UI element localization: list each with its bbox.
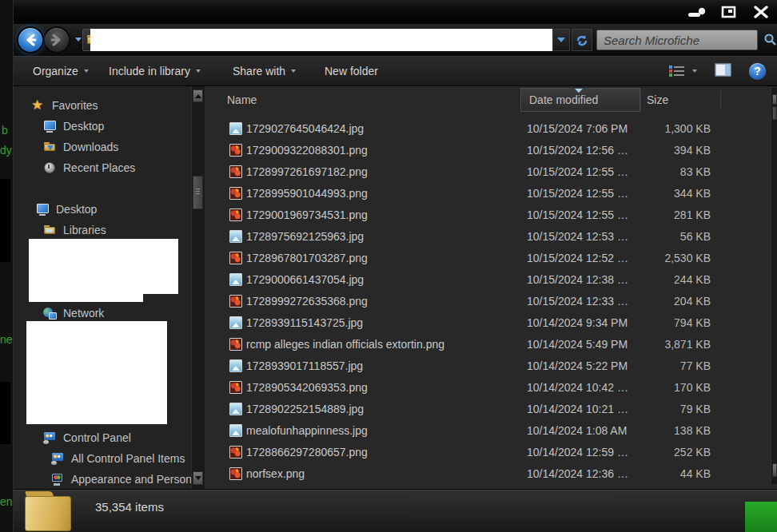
sidebar-item-favorites[interactable]: ★ Favorites (31, 97, 98, 114)
organize-button[interactable]: Organize (33, 57, 89, 85)
minimize-button-icon[interactable] (686, 4, 708, 20)
recent-pages-dropdown-icon[interactable] (75, 38, 82, 42)
desktop-window-fragment (0, 382, 10, 444)
file-row[interactable]: rcmp alleges indian officials extortin.p… (205, 334, 777, 355)
file-thumbnail-icon (229, 252, 242, 264)
search-box[interactable] (596, 30, 758, 50)
maximize-button-icon[interactable] (718, 4, 740, 20)
question-mark-icon: ? (754, 65, 761, 77)
file-row[interactable]: 1728967801703287.png 10/15/2024 12:52 … … (205, 248, 777, 269)
command-toolbar: Organize Include in library Share with N… (14, 56, 777, 86)
forward-arrow-icon (49, 32, 65, 48)
file-row[interactable]: 1728905342069353.png 10/14/2024 10:42 … … (205, 377, 777, 399)
monitor-icon (36, 203, 50, 216)
close-button-icon[interactable] (750, 4, 772, 20)
appearance-icon (51, 473, 65, 486)
file-row[interactable]: 1729027645046424.jpg 10/15/2024 7:06 PM … (205, 118, 777, 140)
status-bar: 35,354 items (14, 489, 777, 532)
refresh-button[interactable] (572, 29, 592, 51)
search-input[interactable] (597, 30, 757, 50)
desktop-background: b dy ne en (0, 0, 13, 532)
file-row[interactable]: 1729001969734531.png 10/15/2024 12:55 … … (205, 204, 777, 226)
file-name: norfsex.png (246, 463, 305, 485)
file-name: 1728995901044993.png (246, 183, 368, 204)
column-divider[interactable] (640, 90, 641, 110)
file-name: 1728939115143725.jpg (246, 312, 363, 334)
file-row[interactable]: 1728939115143725.jpg 10/14/2024 9:34 PM … (205, 312, 777, 334)
file-thumbnail-icon (229, 122, 242, 135)
file-row[interactable]: 1728995901044993.png 10/15/2024 12:55 … … (205, 183, 777, 204)
refresh-icon (575, 33, 589, 47)
column-headers: Name Date modified Size (205, 88, 777, 112)
sidebar-item-appearance-personalization[interactable]: Appearance and Persona (51, 470, 193, 488)
desktop-text-fragment: en (0, 495, 13, 508)
sidebar-item-all-control-panel-items[interactable]: All Control Panel Items (51, 450, 185, 467)
file-name: 1728999272635368.png (246, 291, 368, 312)
file-row[interactable]: 1728999272635368.png 10/15/2024 12:33 … … (205, 291, 777, 312)
help-button[interactable]: ? (749, 63, 766, 80)
scrollbar-thumb[interactable] (772, 106, 777, 120)
file-row[interactable]: 1729009322088301.png 10/15/2024 12:56 … … (205, 140, 777, 161)
explorer-window: Organize Include in library Share with N… (13, 0, 777, 532)
sidebar-item-control-panel[interactable]: Control Panel (43, 429, 131, 447)
file-row[interactable]: mealofunhappinness.jpg 10/14/2024 1:08 A… (205, 420, 777, 442)
file-thumbnail-icon (229, 403, 242, 415)
column-header-size[interactable]: Size (647, 88, 668, 112)
file-name: 1728905342069353.png (246, 377, 368, 399)
sidebar-item-network[interactable]: Network (43, 304, 104, 322)
include-in-library-button[interactable]: Include in library (109, 57, 201, 85)
search-icon[interactable] (763, 33, 777, 50)
file-row[interactable]: 1728997261697182.png 10/15/2024 12:55 … … (205, 161, 777, 183)
sidebar-item-downloads[interactable]: Downloads (43, 138, 118, 156)
sidebar-item-desktop[interactable]: Desktop (43, 117, 104, 135)
file-thumbnail-icon (229, 467, 242, 480)
scroll-down-button[interactable] (193, 471, 203, 485)
file-list-scrollbar[interactable] (771, 88, 777, 484)
share-with-button[interactable]: Share with (233, 57, 296, 85)
scroll-down-button[interactable] (772, 463, 777, 477)
file-size: 281 KB (599, 204, 711, 226)
sidebar-item-desktop-tree[interactable]: Desktop (36, 200, 97, 218)
back-button[interactable] (17, 26, 44, 54)
file-name: 1728975692125963.jpg (246, 226, 364, 248)
file-row[interactable]: 1728975692125963.jpg 10/15/2024 12:53 … … (205, 226, 777, 248)
file-row[interactable]: norfsex.png 10/14/2024 12:36 … 44 KB (205, 463, 777, 485)
file-row[interactable]: 1728939017118557.jpg 10/14/2024 5:22 PM … (205, 355, 777, 377)
chevron-down-icon (557, 38, 565, 42)
address-dropdown-button[interactable] (552, 29, 570, 51)
file-size: 77 KB (599, 355, 711, 377)
file-name: 1728967801703287.png (246, 248, 368, 269)
preview-pane-button[interactable] (715, 63, 731, 80)
sidebar-scrollbar[interactable] (191, 86, 204, 489)
forward-button-disabled[interactable] (43, 26, 70, 54)
file-row[interactable]: 1728902252154889.jpg 10/14/2024 10:21 … … (205, 399, 777, 420)
address-bar-redacted[interactable] (90, 29, 552, 51)
file-thumbnail-icon (229, 359, 242, 372)
file-row[interactable]: 1729000661437054.jpg 10/15/2024 12:38 … … (205, 269, 777, 291)
new-folder-button[interactable]: New folder (325, 57, 378, 85)
scrollbar-thumb[interactable] (193, 176, 203, 209)
change-view-button[interactable] (667, 65, 697, 77)
file-size: 56 KB (599, 226, 711, 248)
file-thumbnail-icon (229, 144, 242, 157)
file-size: 344 KB (599, 183, 711, 204)
file-size: 83 KB (599, 161, 711, 183)
file-row[interactable]: 1728866297280657.png 10/14/2024 12:59 … … (205, 442, 777, 463)
sidebar-item-recent-places[interactable]: Recent Places (43, 159, 135, 177)
column-header-name[interactable]: Name (227, 88, 257, 112)
scroll-up-button[interactable] (193, 89, 203, 102)
file-size: 794 KB (599, 312, 711, 334)
file-rows: 1729027645046424.jpg 10/15/2024 7:06 PM … (205, 118, 777, 485)
file-thumbnail-icon (229, 381, 242, 394)
file-thumbnail-icon (229, 338, 242, 351)
toolbar-right-icons: ? (667, 57, 766, 85)
column-header-date-modified[interactable]: Date modified (520, 88, 640, 112)
column-divider[interactable] (720, 90, 721, 110)
file-thumbnail-icon (229, 316, 242, 329)
scroll-up-button[interactable] (772, 94, 777, 105)
background-window-fragment (745, 502, 777, 532)
file-name: mealofunhappinness.jpg (246, 420, 368, 442)
file-thumbnail-icon (229, 165, 242, 178)
sidebar-item-libraries[interactable]: Libraries (43, 221, 106, 239)
file-name: 1729001969734531.png (246, 204, 368, 226)
